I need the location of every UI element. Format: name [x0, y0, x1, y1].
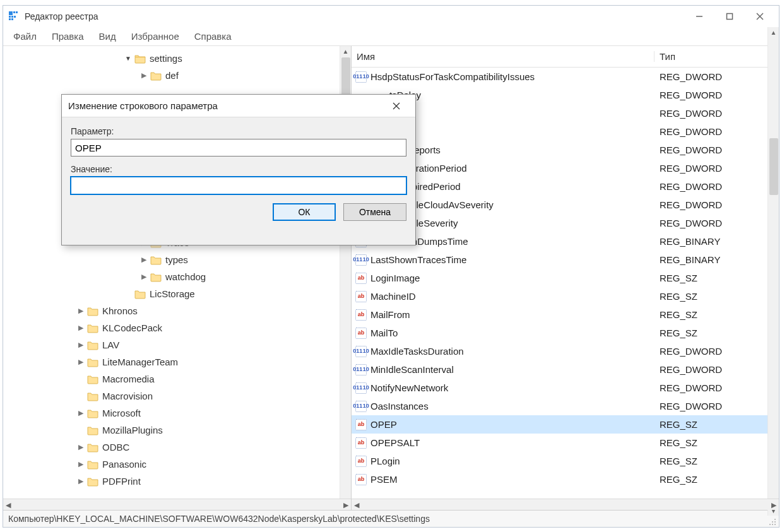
- tree-item[interactable]: LicStorage: [3, 285, 351, 302]
- list-horizontal-scrollbar[interactable]: ◀▶: [352, 499, 779, 510]
- tree-item[interactable]: MozillaPlugins: [3, 422, 351, 439]
- minimize-button[interactable]: [685, 7, 713, 26]
- close-button[interactable]: [746, 7, 774, 26]
- tree-item[interactable]: ▶ Panasonic: [3, 456, 351, 473]
- value-row[interactable]: abLoginImageREG_SZ: [352, 269, 779, 287]
- maximize-button[interactable]: [716, 7, 743, 26]
- svg-rect-9: [727, 14, 733, 20]
- value-name: OPEPSALT: [370, 437, 420, 448]
- value-row[interactable]: abMailToREG_SZ: [352, 324, 779, 342]
- value-type: REG_DWORD: [655, 382, 766, 393]
- value-row[interactable]: abMailFromREG_SZ: [352, 305, 779, 324]
- value-row[interactable]: 011 10NotifyNewNetworkREG_DWORD: [352, 379, 779, 397]
- menu-help[interactable]: Справка: [188, 28, 238, 44]
- tree-item[interactable]: ▶ KLCodecPack: [3, 319, 351, 336]
- expand-down-icon[interactable]: ▼: [123, 55, 133, 62]
- tree-item[interactable]: Macrovision: [3, 387, 351, 405]
- expand-right-icon[interactable]: ▶: [76, 460, 86, 468]
- value-type: REG_DWORD: [655, 145, 766, 155]
- tree-item-label: MozillaPlugins: [102, 425, 163, 435]
- tree-item[interactable]: ▶ Khronos: [3, 302, 351, 319]
- cancel-button[interactable]: Отмена: [343, 203, 406, 221]
- tree-item[interactable]: ▶ LAV: [3, 336, 351, 353]
- menu-view[interactable]: Вид: [93, 28, 122, 44]
- value-row[interactable]: abPLoginREG_SZ: [352, 452, 779, 470]
- value-type: REG_DWORD: [655, 401, 766, 411]
- expand-right-icon[interactable]: ▶: [76, 341, 86, 349]
- menu-favorites[interactable]: Избранное: [125, 28, 186, 44]
- folder-icon: [87, 357, 98, 367]
- tree-item[interactable]: ▶ ODBC: [3, 439, 351, 456]
- value-name: OasInstances: [370, 401, 429, 411]
- value-type: REG_SZ: [655, 309, 766, 320]
- tree-horizontal-scrollbar[interactable]: ◀▶: [3, 499, 351, 510]
- resize-grip-icon[interactable]: [767, 517, 776, 526]
- tree-item[interactable]: ▶ watchdog: [3, 268, 351, 285]
- binary-value-icon: 011 10: [355, 401, 367, 412]
- statusbar: Компьютер\HKEY_LOCAL_MACHINE\SOFTWARE\WO…: [3, 511, 779, 527]
- string-value-icon: ab: [355, 309, 367, 321]
- list-header: Имя Тип: [352, 46, 779, 68]
- expand-right-icon[interactable]: ▶: [76, 477, 86, 485]
- value-type: REG_DWORD: [655, 181, 766, 192]
- expand-right-icon[interactable]: ▶: [76, 324, 86, 332]
- value-row[interactable]: 011 10MaxIdleTasksDurationREG_DWORD: [352, 342, 779, 360]
- tree-item[interactable]: ▶ Microsoft: [3, 405, 351, 422]
- value-type: REG_SZ: [655, 419, 766, 430]
- tree-item[interactable]: ▼ settings: [3, 50, 351, 67]
- column-name[interactable]: Имя: [352, 51, 655, 62]
- value-type: REG_DWORD: [655, 108, 766, 119]
- value-row[interactable]: abOPEPSALTREG_SZ: [352, 434, 779, 452]
- tree-item-label: Microsoft: [102, 408, 141, 418]
- app-icon: [8, 11, 20, 22]
- tree-item[interactable]: Macromedia: [3, 370, 351, 387]
- param-value-field[interactable]: [71, 177, 406, 194]
- value-row[interactable]: 011 10OasInstancesREG_DWORD: [352, 397, 779, 415]
- value-row[interactable]: abPSEMREG_SZ: [352, 470, 779, 488]
- tree-item[interactable]: ▶ types: [3, 251, 351, 268]
- value-row[interactable]: 011 10MinIdleScanIntervalREG_DWORD: [352, 360, 779, 379]
- expand-right-icon[interactable]: ▶: [76, 358, 86, 366]
- column-type[interactable]: Тип: [655, 51, 766, 62]
- window-title: Редактор реестра: [25, 11, 98, 21]
- expand-right-icon[interactable]: ▶: [139, 71, 149, 80]
- menu-file[interactable]: Файл: [7, 28, 43, 44]
- tree-item[interactable]: ▶ LiteManagerTeam: [3, 353, 351, 370]
- edit-string-dialog: Изменение строкового параметра Параметр:…: [61, 94, 416, 245]
- tree-item-label: LAV: [102, 340, 119, 350]
- folder-icon: [87, 391, 98, 401]
- expand-right-icon[interactable]: ▶: [76, 409, 86, 417]
- dialog-close-button[interactable]: [384, 97, 409, 115]
- tree-item[interactable]: ▶ def: [3, 67, 351, 84]
- expand-right-icon[interactable]: ▶: [76, 443, 86, 451]
- param-name-field[interactable]: [71, 139, 406, 157]
- value-row[interactable]: 011 10LastShownTracesTimeREG_BINARY: [352, 251, 779, 269]
- value-name: OPEP: [370, 419, 397, 430]
- expand-right-icon[interactable]: ▶: [139, 273, 149, 281]
- string-value-icon: ab: [355, 437, 367, 449]
- value-name: MailFrom: [370, 309, 410, 320]
- tree-item[interactable]: ▶ PDFPrint: [3, 473, 351, 490]
- value-name: NotifyNewNetwork: [370, 382, 448, 393]
- value-type: REG_DWORD: [655, 71, 766, 82]
- folder-icon: [87, 306, 98, 316]
- value-row[interactable]: 011 10HsdpStatusForTaskCompatibilityIssu…: [352, 68, 779, 86]
- string-value-icon: ab: [355, 273, 367, 284]
- value-row[interactable]: abMachineIDREG_SZ: [352, 287, 779, 305]
- expand-right-icon[interactable]: ▶: [76, 307, 86, 315]
- svg-rect-7: [11, 18, 13, 20]
- expand-right-icon[interactable]: ▶: [139, 256, 149, 264]
- ok-button[interactable]: ОК: [273, 203, 336, 221]
- list-vertical-scrollbar[interactable]: ▲ ▼: [767, 46, 779, 510]
- value-type: REG_DWORD: [655, 126, 766, 137]
- svg-point-17: [774, 524, 776, 525]
- value-row[interactable]: abOPEPREG_SZ: [352, 415, 779, 434]
- string-value-icon: ab: [355, 474, 367, 485]
- binary-value-icon: 011 10: [355, 364, 367, 375]
- menu-edit[interactable]: Правка: [45, 28, 90, 44]
- svg-point-14: [774, 521, 776, 523]
- tree-item-label: Khronos: [102, 305, 138, 316]
- tree-item-label: LicStorage: [150, 288, 195, 299]
- tree-item-label: Panasonic: [102, 459, 146, 470]
- folder-icon: [87, 425, 98, 435]
